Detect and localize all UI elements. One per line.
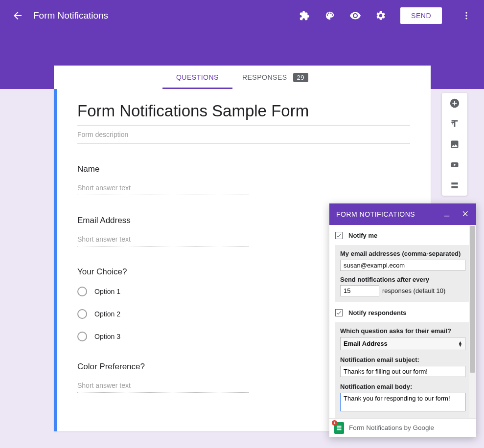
theme-icon[interactable] [324,10,336,22]
settings-icon[interactable] [375,10,387,22]
addon-title: FORM NOTIFICATIONS [336,210,415,218]
app-header: Form Notifications SEND QUESTIONS R [0,0,484,89]
checkbox-icon [335,309,343,316]
addons-icon[interactable] [299,10,310,22]
notification-badge: 1 [332,420,337,426]
subject-label: Notification email subject: [340,356,465,363]
send-after-hint: responses (default 10) [382,287,445,294]
which-question-label: Which question asks for their email? [340,327,465,335]
add-video-icon[interactable] [449,159,460,170]
sheets-icon: 1 [334,422,344,434]
body-textarea[interactable] [340,393,465,411]
svg-point-1 [465,15,467,16]
send-button[interactable]: SEND [400,7,442,24]
tabs-bar: QUESTIONS RESPONSES 29 [54,66,431,89]
radio-label: Option 1 [94,288,120,295]
add-title-icon[interactable] [449,118,460,129]
radio-label: Option 2 [94,310,120,318]
add-question-icon[interactable] [449,98,460,109]
tab-label: RESPONSES [242,73,287,81]
notify-respondents-row[interactable]: Notify respondents [335,309,470,316]
short-answer-placeholder[interactable]: Short answer text [77,381,249,393]
scrollbar-thumb[interactable] [470,226,475,373]
checkbox-icon [335,232,343,239]
form-title-input[interactable]: Form Notifications Sample Form [77,102,410,126]
send-after-input[interactable] [340,285,379,296]
addon-panel: FORM NOTIFICATIONS Notify me My email ad… [329,203,476,437]
tab-label: QUESTIONS [176,73,219,81]
responses-count-badge: 29 [293,73,308,82]
preview-icon[interactable] [349,10,361,22]
notify-me-group: My email addresses (comma-separated) Sen… [335,245,470,302]
notify-me-row[interactable]: Notify me [335,232,470,239]
email-addresses-input[interactable] [340,260,465,271]
floating-toolbar [442,93,467,196]
svg-rect-5 [451,182,458,184]
add-section-icon[interactable] [449,180,460,191]
addon-footer: 1 Form Notifications by Google [329,418,476,437]
subject-input[interactable] [340,366,465,377]
notify-me-label: Notify me [348,232,377,239]
svg-rect-7 [444,216,450,216]
tab-responses[interactable]: RESPONSES 29 [242,66,308,89]
notify-respondents-group: Which question asks for their email? Ema… [335,322,470,418]
short-answer-placeholder[interactable]: Short answer text [77,184,249,195]
body-label: Notification email body: [340,383,465,390]
radio-icon [77,287,87,296]
short-answer-placeholder[interactable]: Short answer text [77,235,249,246]
send-after-label: Send notifications after every [340,276,429,283]
scrollbar-track[interactable] [469,225,476,418]
question-name: Name Short answer text [77,164,410,195]
add-image-icon[interactable] [449,139,460,150]
app-title[interactable]: Form Notifications [33,10,108,21]
radio-icon [77,309,87,319]
topbar: Form Notifications SEND [0,0,484,31]
radio-label: Option 3 [94,333,120,340]
svg-point-2 [465,18,467,19]
minimize-icon[interactable] [443,210,451,219]
radio-icon [77,332,87,341]
addon-header: FORM NOTIFICATIONS [329,203,476,225]
email-addresses-label: My email addresses (comma-separated) [340,250,465,257]
close-icon[interactable] [461,210,469,219]
form-description-input[interactable]: Form description [77,131,410,144]
tab-questions[interactable]: QUESTIONS [176,66,219,89]
which-question-select[interactable]: Email Address [340,337,465,350]
addon-scroll-area: Notify me My email addresses (comma-sepa… [329,225,476,418]
back-arrow-icon[interactable] [12,10,23,22]
addon-footer-label: Form Notifications by Google [349,424,434,431]
question-label: Name [77,164,410,174]
notify-respondents-label: Notify respondents [348,309,406,316]
svg-point-0 [465,12,467,14]
svg-rect-6 [451,186,458,188]
more-icon[interactable] [461,10,472,22]
